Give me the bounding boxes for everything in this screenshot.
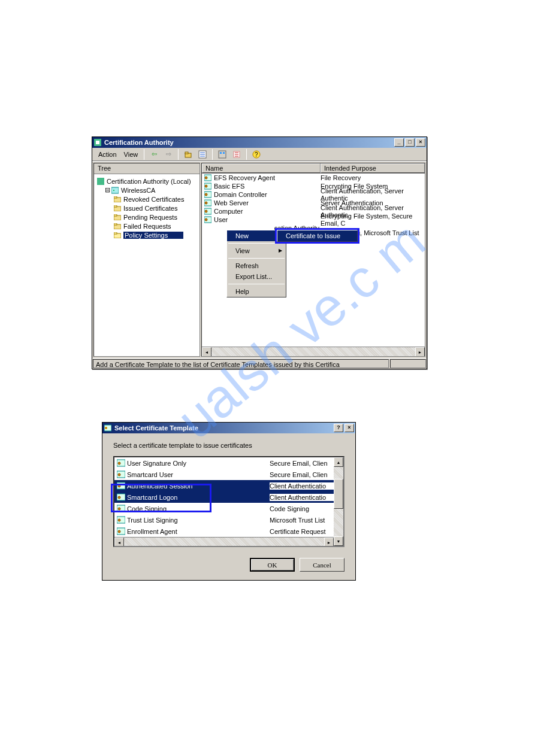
cancel-button[interactable]: Cancel bbox=[300, 558, 344, 572]
template-row-selected[interactable]: Smartcard Logon Client Authenticatio bbox=[114, 491, 334, 503]
app-icon bbox=[93, 138, 102, 147]
close-button[interactable]: × bbox=[344, 424, 354, 432]
scroll-left-icon[interactable]: ◄ bbox=[114, 538, 124, 546]
back-button[interactable]: ⇦ bbox=[147, 148, 161, 160]
template-purpose: Secure Email, Clien bbox=[270, 460, 334, 467]
dialog-title: Select Certificate Template bbox=[114, 424, 198, 432]
svg-point-54 bbox=[118, 530, 120, 533]
window-title: Certification Authority bbox=[104, 139, 174, 146]
help-button[interactable]: ? bbox=[334, 424, 343, 432]
template-row[interactable]: User Signature Only Secure Email, Clien bbox=[114, 457, 334, 469]
scroll-track[interactable] bbox=[211, 347, 415, 356]
list-row[interactable]: EFS Recovery Agent File Recovery bbox=[202, 174, 425, 182]
menu-action[interactable]: Action bbox=[95, 150, 120, 159]
status-grip bbox=[390, 359, 426, 368]
scroll-left-icon[interactable]: ◄ bbox=[202, 347, 211, 357]
context-menu-refresh[interactable]: Refresh bbox=[227, 260, 286, 271]
menu-view[interactable]: View bbox=[120, 150, 142, 159]
submenu-highlight: Certificate to Issue bbox=[275, 228, 359, 244]
cert-icon bbox=[204, 183, 212, 190]
svg-point-32 bbox=[205, 193, 207, 196]
tree-node-policy[interactable]: Policy Settings bbox=[96, 230, 197, 239]
cert-icon bbox=[204, 174, 212, 181]
vertical-scrollbar[interactable]: ▲ ▼ bbox=[334, 457, 343, 546]
close-button[interactable]: × bbox=[416, 138, 425, 147]
folder-open-icon bbox=[113, 232, 122, 239]
tree-root[interactable]: Certification Authority (Local) bbox=[96, 177, 197, 186]
template-name: Code Signing bbox=[127, 505, 167, 512]
scroll-track[interactable] bbox=[124, 538, 324, 546]
help-button[interactable]: ? bbox=[250, 148, 263, 160]
cert-icon bbox=[117, 460, 125, 467]
tree-node-label: Issued Certificates bbox=[123, 205, 177, 212]
svg-point-38 bbox=[205, 218, 207, 221]
svg-rect-20 bbox=[114, 205, 117, 207]
tree-node-revoked[interactable]: Revoked Certificates bbox=[96, 195, 197, 204]
template-row[interactable]: Smartcard User Secure Email, Clien bbox=[114, 469, 334, 480]
context-menu-view[interactable]: View ▶ bbox=[227, 245, 286, 256]
tree-ca-label: WirelessCA bbox=[121, 187, 155, 194]
scroll-up-icon[interactable]: ▲ bbox=[334, 457, 343, 467]
tree-node-issued[interactable]: Issued Certificates bbox=[96, 204, 197, 212]
tree-node-label: Revoked Certificates bbox=[123, 196, 185, 203]
ok-button[interactable]: OK bbox=[250, 558, 295, 572]
template-name: Enrollment Agent bbox=[127, 528, 177, 535]
col-name[interactable]: Name bbox=[202, 163, 321, 173]
tree-node-failed[interactable]: Failed Requests bbox=[96, 221, 197, 230]
tree-tab[interactable]: Tree bbox=[94, 163, 200, 174]
scroll-thumb[interactable] bbox=[334, 479, 343, 509]
tree-node-pending[interactable]: Pending Requests bbox=[96, 212, 197, 221]
template-name: User Signature Only bbox=[127, 460, 186, 467]
template-name: Smartcard Logon bbox=[127, 494, 177, 501]
horizontal-scrollbar[interactable]: ◄ ► bbox=[114, 537, 334, 546]
submenu-certificate-to-issue[interactable]: Certificate to Issue bbox=[277, 230, 357, 241]
ca-icon bbox=[96, 178, 105, 185]
horizontal-scrollbar[interactable]: ◄ ► bbox=[202, 347, 425, 356]
template-name: Smartcard User bbox=[127, 471, 173, 478]
tree-ca[interactable]: ⊟ WirelessCA bbox=[96, 186, 197, 195]
statusbar: Add a Certificate Template to the list o… bbox=[92, 358, 427, 369]
template-list[interactable]: User Signature Only Secure Email, Clien … bbox=[113, 456, 344, 547]
svg-point-48 bbox=[118, 496, 120, 499]
template-row[interactable]: Code Signing Code Signing bbox=[114, 503, 334, 514]
list-cell-purpose: File Recovery bbox=[321, 174, 425, 181]
minimize-button[interactable]: _ bbox=[394, 138, 404, 147]
menu-separator bbox=[228, 284, 285, 284]
forward-button[interactable]: ⇨ bbox=[162, 148, 175, 160]
list-row[interactable]: Domain Controller Client Authentication,… bbox=[202, 190, 425, 199]
tree-pane: Tree Certification Authority (Local) ⊟ W… bbox=[93, 163, 200, 357]
context-menu-export[interactable]: Export List... bbox=[227, 271, 286, 282]
template-row[interactable]: Trust List Signing Microsoft Trust List bbox=[114, 514, 334, 526]
template-row-selected[interactable]: Authenticated Session Client Authenticat… bbox=[114, 480, 334, 491]
svg-rect-14 bbox=[97, 178, 104, 185]
list-cell-name: Computer bbox=[214, 208, 243, 215]
cert-icon bbox=[117, 517, 125, 524]
cert-icon bbox=[117, 494, 125, 501]
scroll-right-icon[interactable]: ► bbox=[415, 347, 425, 357]
titlebar: Certification Authority _ □ × bbox=[92, 137, 427, 148]
export-button[interactable] bbox=[230, 148, 243, 160]
refresh-button[interactable] bbox=[216, 148, 229, 160]
svg-rect-26 bbox=[114, 232, 117, 234]
list-cell-purpose: Encrypting File System, Secure Email, C bbox=[321, 212, 425, 227]
folder-icon bbox=[113, 196, 122, 203]
template-purpose: Client Authenticatio bbox=[270, 494, 334, 501]
expand-icon[interactable]: ⊟ bbox=[105, 186, 111, 194]
properties-button[interactable] bbox=[196, 148, 209, 160]
cert-icon bbox=[117, 482, 125, 490]
col-purpose[interactable]: Intended Purpose bbox=[321, 163, 425, 173]
template-row[interactable]: Enrollment Agent Certificate Request bbox=[114, 526, 334, 537]
context-menu-help[interactable]: Help bbox=[227, 286, 286, 297]
svg-point-40 bbox=[105, 427, 107, 429]
maximize-button[interactable]: □ bbox=[405, 138, 415, 147]
scroll-down-icon[interactable]: ▼ bbox=[334, 536, 343, 546]
scroll-track[interactable] bbox=[334, 467, 343, 536]
scroll-right-icon[interactable]: ► bbox=[324, 538, 334, 546]
svg-rect-22 bbox=[114, 214, 117, 216]
list-row[interactable]: User Encrypting File System, Secure Emai… bbox=[202, 215, 425, 224]
svg-rect-3 bbox=[185, 152, 188, 154]
svg-point-36 bbox=[205, 210, 207, 212]
cert-icon bbox=[117, 505, 125, 512]
up-button[interactable] bbox=[182, 148, 195, 160]
svg-rect-9 bbox=[220, 152, 222, 154]
